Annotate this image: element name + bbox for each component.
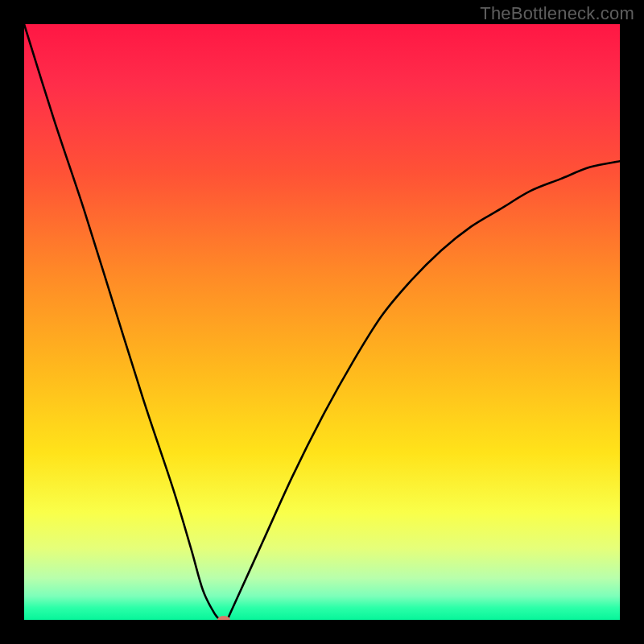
plot-area [24,24,620,620]
curve-svg [24,24,620,620]
chart-frame: TheBottleneck.com [0,0,644,644]
watermark-text: TheBottleneck.com [480,3,634,24]
bottleneck-curve [24,24,620,620]
minimum-marker-icon [217,616,230,620]
